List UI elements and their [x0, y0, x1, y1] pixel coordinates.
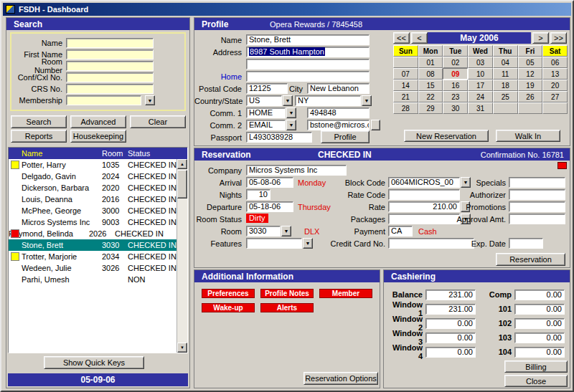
calendar-date[interactable]: 23: [443, 91, 468, 102]
search-input-membership[interactable]: [66, 95, 141, 105]
calendar-date[interactable]: 05: [518, 57, 543, 68]
calendar-date[interactable]: 03: [468, 57, 493, 68]
name-column-header[interactable]: Name: [22, 149, 102, 158]
wake-up-button[interactable]: Wake-up: [202, 303, 255, 312]
country-dropdown-icon[interactable]: ▼: [283, 95, 293, 106]
calendar-date[interactable]: 28: [393, 102, 418, 114]
calendar-prev-year-button[interactable]: <<: [393, 32, 410, 44]
search-button[interactable]: Search: [11, 115, 67, 128]
cashier-value[interactable]: 0.00: [514, 290, 565, 300]
calendar-date[interactable]: 10: [468, 68, 493, 80]
postal-code-field[interactable]: 12125: [246, 83, 288, 94]
advanced-button[interactable]: Advanced: [70, 115, 126, 128]
features-field[interactable]: [246, 238, 302, 249]
calendar-date[interactable]: 13: [542, 68, 568, 80]
arrival-field[interactable]: 05-08-06: [246, 177, 293, 188]
search-input-first-name[interactable]: [66, 49, 154, 59]
state-field[interactable]: NY: [295, 95, 361, 106]
guest-row[interactable]: Potter, Harry1035CHECKED IN: [9, 159, 187, 171]
comm1-value-field[interactable]: 494848: [307, 107, 370, 118]
walk-in-button[interactable]: Walk In: [496, 130, 560, 142]
profile-button[interactable]: Profile: [321, 130, 370, 143]
alerts-button[interactable]: Alerts: [260, 303, 314, 312]
calendar-date[interactable]: 06: [542, 57, 568, 68]
cashier-value[interactable]: 0.00: [514, 304, 565, 315]
approval-amt-field[interactable]: [509, 214, 565, 224]
comm2-more-button[interactable]: [371, 120, 380, 130]
cashier-value[interactable]: 231.00: [425, 290, 476, 300]
room-dropdown-icon[interactable]: ▼: [281, 226, 291, 236]
cashier-value[interactable]: 0.00: [425, 333, 476, 343]
calendar-date[interactable]: 14: [393, 80, 418, 91]
exp-date-field[interactable]: [509, 238, 543, 249]
comm2-dropdown-icon[interactable]: ▼: [286, 120, 296, 130]
comm2-value-field[interactable]: bstone@micros.c: [307, 120, 370, 130]
guest-row[interactable]: Micros Systems Inc9003CHECKED IN: [9, 216, 187, 228]
calendar-date[interactable]: 12: [518, 68, 543, 80]
calendar-date[interactable]: 08: [418, 68, 443, 80]
calendar-date[interactable]: 30: [443, 102, 468, 114]
guest-row[interactable]: Delgado, Gavin2024CHECKED IN: [9, 171, 187, 182]
calendar-date[interactable]: 31: [468, 102, 493, 114]
room-field[interactable]: 3030: [246, 226, 281, 236]
status-column-header[interactable]: Status: [128, 149, 187, 158]
calendar-date[interactable]: 09: [443, 68, 468, 80]
features-dropdown-icon[interactable]: ▼: [303, 238, 313, 249]
cashier-value[interactable]: 231.00: [425, 304, 476, 315]
company-field[interactable]: Micros Systems Inc: [246, 165, 347, 176]
comm1-dropdown-icon[interactable]: ▼: [286, 107, 296, 118]
calendar-date[interactable]: 22: [418, 91, 443, 102]
reservation-button[interactable]: Reservation: [496, 253, 565, 266]
comm1-type-field[interactable]: HOME: [246, 107, 286, 118]
cashier-value[interactable]: 0.00: [514, 347, 565, 358]
guest-row[interactable]: Louis, Deanna2016CHECKED IN: [9, 193, 187, 205]
address3-field[interactable]: [246, 71, 370, 82]
guest-row[interactable]: Trotter, Marjorie2034CHECKED IN: [9, 251, 187, 262]
scrollbar-thumb[interactable]: [177, 170, 187, 199]
calendar-date[interactable]: 16: [443, 80, 468, 91]
housekeeping-button[interactable]: Housekeeping: [70, 130, 126, 143]
authorizer-field[interactable]: [509, 189, 565, 200]
payment-field[interactable]: CA: [388, 226, 413, 236]
calendar-date[interactable]: 11: [493, 68, 518, 80]
cashier-value[interactable]: 0.00: [514, 318, 565, 329]
calendar-date[interactable]: 29: [418, 102, 443, 114]
clear-button[interactable]: Clear: [130, 115, 186, 128]
preferences-button[interactable]: Preferences: [202, 289, 255, 298]
cashier-value[interactable]: 0.00: [425, 318, 476, 329]
scroll-down-icon[interactable]: ▼: [177, 343, 187, 353]
address1-field[interactable]: 8987 South Hampton: [246, 47, 370, 57]
reports-button[interactable]: Reports: [11, 130, 67, 143]
member-button[interactable]: Member: [319, 289, 372, 298]
nights-field[interactable]: 10: [246, 189, 270, 200]
new-reservation-button[interactable]: New Reservation: [404, 130, 489, 142]
calendar-date[interactable]: 26: [518, 91, 543, 102]
calendar-date[interactable]: 18: [493, 80, 518, 91]
state-dropdown-icon[interactable]: ▼: [362, 95, 372, 106]
city-field[interactable]: New Lebanon: [307, 83, 370, 94]
show-quick-keys-button[interactable]: Show Quick Keys: [44, 356, 144, 369]
country-field[interactable]: US: [246, 95, 282, 106]
calendar-date[interactable]: 02: [443, 57, 468, 68]
room-column-header[interactable]: Room: [102, 149, 128, 158]
calendar-date[interactable]: 15: [418, 80, 443, 91]
calendar-date[interactable]: 04: [493, 57, 518, 68]
scroll-up-icon[interactable]: ▲: [177, 159, 187, 169]
search-input-name[interactable]: [66, 38, 154, 48]
comm2-type-field[interactable]: EMAIL: [246, 120, 286, 130]
guest-row[interactable]: Stone, Brett3030CHECKED IN: [9, 239, 187, 251]
guest-row[interactable]: Dickerson, Barbara2020CHECKED IN: [9, 182, 187, 193]
name-field[interactable]: Stone, Brett: [246, 34, 370, 45]
membership-dropdown-icon[interactable]: ▼: [145, 95, 155, 105]
departure-field[interactable]: 05-18-06: [246, 201, 293, 212]
guest-row[interactable]: Parhi, UmeshNON: [9, 274, 187, 285]
search-input-conf-cxl-no[interactable]: [66, 72, 154, 82]
calendar-date[interactable]: 07: [393, 68, 418, 80]
guest-row[interactable]: McPhee, George3000CHECKED IN: [9, 205, 187, 216]
promotions-field[interactable]: [509, 201, 565, 212]
cashier-value[interactable]: 0.00: [514, 333, 565, 343]
calendar-date[interactable]: 21: [393, 91, 418, 102]
cashier-value[interactable]: 0.00: [425, 347, 476, 358]
calendar-date[interactable]: 20: [542, 80, 568, 91]
passport-field[interactable]: L493038928: [246, 132, 312, 143]
